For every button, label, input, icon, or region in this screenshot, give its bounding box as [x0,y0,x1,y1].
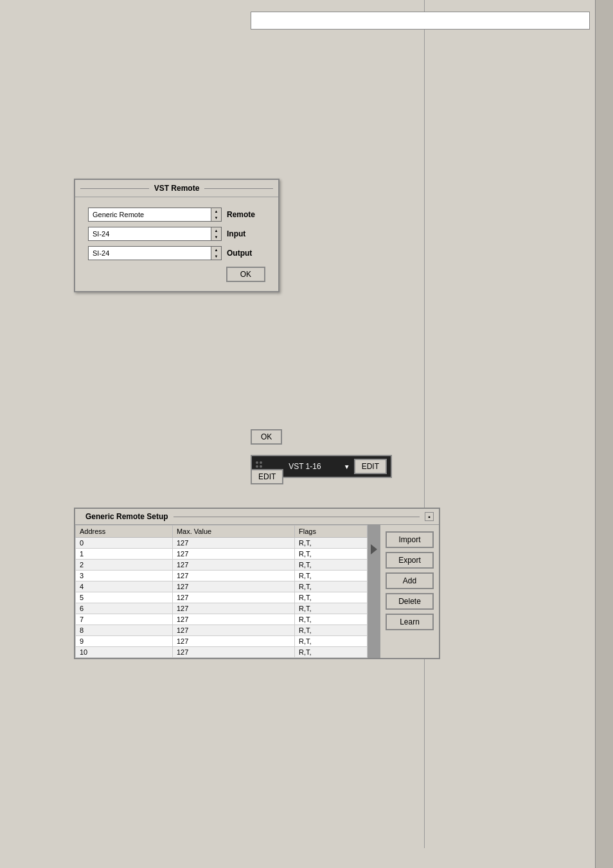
table-row[interactable]: 9127R,T, [76,636,368,647]
setup-buttons: Import Export Add Delete Learn [380,525,439,658]
table-row[interactable]: 5127R,T, [76,592,368,603]
remote-row: Generic Remote Remote [88,208,265,222]
cell-address: 2 [76,560,173,571]
output-select-container: SI-24 [88,246,222,260]
table-header-row: Address Max. Value Flags [76,526,368,538]
input-select-box[interactable]: SI-24 [88,227,211,241]
input-arrow-down[interactable] [211,234,221,240]
cell-max-value: 127 [172,636,294,647]
dialog-body: Generic Remote Remote SI-24 Input [75,197,278,291]
table-row[interactable]: 0127R,T, [76,538,368,549]
dialog-title: VST Remote [149,184,205,193]
cell-address: 9 [76,636,173,647]
output-arrow-down[interactable] [211,253,221,260]
cell-max-value: 127 [172,625,294,636]
input-row: SI-24 Input [88,227,265,241]
cell-max-value: 127 [172,647,294,658]
remote-select-container: Generic Remote [88,208,222,222]
cell-flags: R,T, [295,614,368,625]
setup-table-area: Address Max. Value Flags 0127R,T,1127R,T… [75,525,368,658]
cell-flags: R,T, [295,581,368,592]
output-arrow-up[interactable] [211,247,221,253]
dot [256,465,258,468]
cell-flags: R,T, [295,625,368,636]
cell-max-value: 127 [172,603,294,614]
input-arrow-up[interactable] [211,227,221,234]
dot [260,461,262,464]
output-select-box[interactable]: SI-24 [88,246,211,260]
cell-address: 1 [76,549,173,560]
table-row[interactable]: 2127R,T, [76,560,368,571]
dot [256,461,258,464]
ok-standalone-button[interactable]: OK [251,429,282,445]
setup-table-body: 0127R,T,1127R,T,2127R,T,3127R,T,4127R,T,… [76,538,368,658]
cell-max-value: 127 [172,538,294,549]
cell-max-value: 127 [172,581,294,592]
remote-arrow-up[interactable] [211,208,221,215]
setup-arrow-col [368,525,380,658]
arrow-indicator-icon [371,544,377,554]
remote-arrows[interactable] [211,208,222,222]
input-label: Input [227,229,265,238]
top-header [251,12,590,30]
output-label: Output [227,249,265,258]
table-row[interactable]: 1127R,T, [76,549,368,560]
cell-address: 3 [76,571,173,581]
dialog-ok-row: OK [88,267,265,282]
cell-address: 4 [76,581,173,592]
cell-flags: R,T, [295,647,368,658]
dot [260,465,262,468]
table-row[interactable]: 7127R,T, [76,614,368,625]
cell-address: 0 [76,538,173,549]
learn-button[interactable]: Learn [386,614,434,630]
output-row: SI-24 Output [88,246,265,260]
cell-address: 10 [76,647,173,658]
cell-flags: R,T, [295,549,368,560]
delete-button[interactable]: Delete [386,593,434,610]
cell-max-value: 127 [172,614,294,625]
vertical-divider [424,0,425,848]
cell-address: 8 [76,625,173,636]
setup-content: Address Max. Value Flags 0127R,T,1127R,T… [75,525,439,658]
cell-address: 5 [76,592,173,603]
table-row[interactable]: 10127R,T, [76,647,368,658]
export-button[interactable]: Export [386,552,434,569]
cell-max-value: 127 [172,549,294,560]
cell-flags: R,T, [295,571,368,581]
table-row[interactable]: 6127R,T, [76,603,368,614]
setup-table: Address Max. Value Flags 0127R,T,1127R,T… [75,525,368,658]
vst-bar-dropdown-icon[interactable]: ▼ [344,463,350,470]
cell-flags: R,T, [295,592,368,603]
setup-title: Generic Remote Setup [80,512,173,521]
import-button[interactable]: Import [386,531,434,548]
vst-remote-dialog: VST Remote Generic Remote Remote SI-24 [74,179,280,292]
dialog-ok-button[interactable]: OK [226,267,265,282]
col-flags: Flags [295,526,368,538]
col-address: Address [76,526,173,538]
add-button[interactable]: Add [386,572,434,589]
output-arrows[interactable] [211,246,222,260]
cell-address: 6 [76,603,173,614]
dot-row-1 [256,461,262,464]
setup-titlebar: Generic Remote Setup ▪ [75,509,439,525]
dot-row-2 [256,465,262,468]
edit-standalone-button[interactable]: EDIT [251,469,283,484]
edit-button[interactable]: EDIT [354,459,387,474]
input-select-container: SI-24 [88,227,222,241]
cell-flags: R,T, [295,560,368,571]
table-row[interactable]: 4127R,T, [76,581,368,592]
cell-flags: R,T, [295,636,368,647]
table-row[interactable]: 3127R,T, [76,571,368,581]
remote-select-box[interactable]: Generic Remote [88,208,211,222]
cell-address: 7 [76,614,173,625]
remote-label: Remote [227,210,265,219]
remote-arrow-down[interactable] [211,215,221,221]
setup-close-button[interactable]: ▪ [425,512,434,521]
col-max-value: Max. Value [172,526,294,538]
table-row[interactable]: 8127R,T, [76,625,368,636]
cell-max-value: 127 [172,571,294,581]
cell-flags: R,T, [295,603,368,614]
input-arrows[interactable] [211,227,222,241]
generic-remote-setup: Generic Remote Setup ▪ Address Max. Valu… [74,508,440,659]
cell-flags: R,T, [295,538,368,549]
